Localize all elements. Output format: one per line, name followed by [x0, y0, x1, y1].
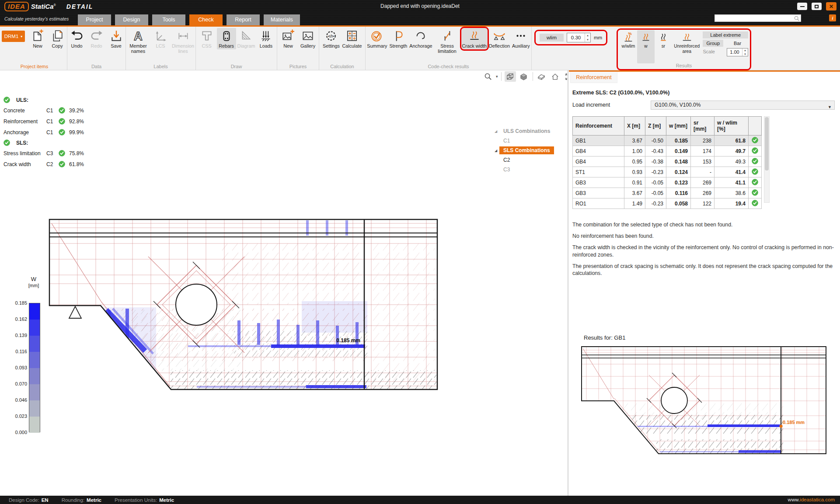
home-view-button[interactable]	[550, 71, 561, 82]
wlim-input[interactable]: 0.30	[567, 33, 585, 42]
tree-item-c3[interactable]: C3	[492, 165, 562, 174]
ribbon-button-settings[interactable]: </>Settings	[321, 28, 341, 49]
ribbon-group-wlim: wlim0.30▲▼mm	[532, 27, 615, 70]
ribbon-button-unreinforced-area[interactable]: Unreinforced area	[672, 30, 701, 63]
tab-project[interactable]: Project	[78, 14, 111, 25]
table-row-gb4-2[interactable]: GB40.95-0.380.14815349.3	[573, 156, 762, 167]
table-row-st1-3[interactable]: ST10.93-0.230.124-41.4	[573, 167, 762, 177]
tree-item-c1[interactable]: C1	[492, 136, 562, 146]
group-toggle[interactable]: Group	[703, 40, 723, 47]
ribbon-button-lcs[interactable]: LCS	[151, 28, 170, 49]
search-input[interactable]	[715, 15, 794, 21]
section-view-button[interactable]	[536, 71, 547, 82]
ribbon-button-save[interactable]: Save	[107, 28, 126, 49]
table-row-gb4-1[interactable]: GB41.00-0.430.14917449.7	[573, 146, 762, 156]
ribbon-button-stress-limitation[interactable]: Stress limitation	[434, 28, 461, 55]
crack-extreme-label: 0.185 mm	[336, 337, 360, 344]
ribbon-button-label: w/wlim	[622, 44, 635, 49]
minimize-button[interactable]	[797, 3, 807, 10]
ribbon-button-gallery[interactable]: Gallery	[298, 28, 317, 49]
table-row-gb3-5[interactable]: GB33.67-0.050.11626938.6	[573, 188, 762, 198]
search-box[interactable]	[715, 14, 801, 22]
tab-materials[interactable]: Materials	[264, 14, 300, 25]
tab-design[interactable]: Design	[115, 14, 148, 25]
table-scrollbar[interactable]	[764, 116, 770, 203]
ribbon-button-css[interactable]: CSS	[197, 28, 216, 49]
solid-view-button[interactable]	[518, 71, 530, 82]
spinner-down-button[interactable]: ▼	[585, 38, 590, 42]
check-note: The presentation of crack spacing is sch…	[572, 263, 837, 277]
ribbon-group-results: %w/wlimwsrUnreinforced areaLabel extreme…	[615, 27, 754, 70]
ribbon-button-strength[interactable]: Strength	[388, 28, 408, 49]
ribbon-button-loads[interactable]: Loads	[256, 28, 275, 49]
tree-item-sls-combinations[interactable]: ◢SLS Combinations	[492, 146, 562, 155]
spinner-up-button[interactable]: ▲	[742, 49, 748, 52]
maximize-button[interactable]	[812, 3, 822, 10]
website-link[interactable]: www.ideastatica.com	[788, 496, 835, 504]
extreme-title: Extreme SLS: C2 (G100.0%, V100.0%)	[572, 90, 669, 96]
scale-spinner-value[interactable]: 1.00	[727, 49, 742, 56]
expander-icon[interactable]: ◢	[492, 129, 499, 133]
tab-tools[interactable]: Tools	[152, 14, 185, 25]
table-row-gb3-4[interactable]: GB30.91-0.050.12326941.1	[573, 177, 762, 188]
anchorage-icon	[414, 29, 427, 42]
table-row-gb1-0[interactable]: GB13.67-0.500.18523861.8	[573, 136, 762, 146]
legend-title: W	[28, 276, 39, 282]
ribbon-button-dimension-lines[interactable]: Dimension lines	[171, 28, 195, 55]
column-header-x-m[interactable]: X [m]	[624, 117, 645, 136]
wlim-label[interactable]: wlim	[540, 34, 564, 42]
zoom-button[interactable]	[482, 71, 494, 82]
bar-toggle[interactable]: Bar	[727, 40, 748, 47]
ribbon-button-summary[interactable]: Summary	[366, 28, 388, 49]
load-increment-select[interactable]: G100.0%, V100.0% ▼	[651, 101, 835, 110]
ribbon-button-w-wlim[interactable]: %w/wlim	[620, 30, 637, 63]
w-icon-icon	[640, 31, 652, 43]
column-header-w-wlim[interactable]: w / wlim [%]	[715, 117, 749, 136]
ribbon-button-auxiliary[interactable]: Auxiliary	[511, 28, 531, 49]
tab-reinforcement[interactable]: Reinforcement	[570, 72, 617, 83]
table-row-ro1-6[interactable]: RO11.49-0.230.05812219.4	[573, 198, 762, 209]
close-button[interactable]: ✕	[826, 2, 837, 10]
stress-icon	[441, 29, 454, 42]
ribbon-button-copy[interactable]: Copy	[48, 28, 67, 49]
ribbon-button-redo[interactable]: Redo	[87, 28, 106, 49]
ribbon-button-new[interactable]: New	[279, 28, 298, 49]
ribbon-button-member-names[interactable]: AMember names	[126, 28, 150, 55]
ribbon-button-diagram[interactable]: Diagram	[237, 28, 256, 49]
ribbon-button-calculate[interactable]: Calculate	[341, 28, 362, 49]
summary-utilization: 92.8%	[69, 118, 84, 125]
tree-item-label: C2	[499, 156, 514, 164]
tree-item-uls-combinations[interactable]: ◢ULS Combinations	[492, 126, 562, 136]
project-item-selector[interactable]: DRM1▾	[2, 31, 25, 42]
column-header-reinforcement[interactable]: Reinforcement	[573, 117, 624, 136]
zoom-dropdown-icon[interactable]: ▾	[496, 74, 498, 79]
spinner-down-button[interactable]: ▼	[742, 52, 748, 56]
spinner-up-button[interactable]: ▲	[585, 33, 590, 38]
info-button[interactable]: i	[829, 14, 836, 21]
column-header-sr-mm[interactable]: sr [mm]	[691, 117, 715, 136]
ribbon-button-anchorage[interactable]: Anchorage	[408, 28, 433, 49]
ribbon-button-sr[interactable]: sr	[655, 30, 672, 63]
ribbon-button-crack-width[interactable]: Crack width	[461, 28, 488, 49]
tab-check[interactable]: Check	[189, 14, 223, 25]
ribbon-button-undo[interactable]: Undo	[67, 28, 87, 49]
ribbon-button-rebars[interactable]: Rebars	[217, 28, 236, 49]
status-ok-icon	[749, 177, 762, 188]
column-header-w-mm[interactable]: w [mm]	[666, 117, 691, 136]
wireframe-view-button[interactable]	[505, 71, 516, 82]
ribbon-button-deflection[interactable]: Deflection	[488, 28, 511, 49]
tab-report[interactable]: Report	[227, 14, 260, 25]
scrollbar-thumb[interactable]	[765, 117, 769, 170]
cell-x: 1.49	[624, 198, 645, 209]
ribbon-button-w[interactable]: w	[637, 30, 655, 63]
column-header-z-m[interactable]: Z [m]	[645, 117, 666, 136]
ribbon-button-new[interactable]: New	[28, 28, 47, 49]
tree-item-c2[interactable]: C2	[492, 155, 562, 165]
main-canvas[interactable]: 0.185 mm ▾ ULS:ConcreteC139.2%Reinforcem…	[0, 70, 567, 496]
expander-icon[interactable]: ◢	[492, 149, 499, 153]
fit-view-button[interactable]	[563, 71, 567, 82]
label-extreme-toggle[interactable]: Label extreme	[703, 31, 748, 38]
ribbon-button-label: Loads	[260, 43, 272, 49]
picture-add-icon	[282, 29, 295, 42]
status-ok-icon	[59, 129, 69, 136]
